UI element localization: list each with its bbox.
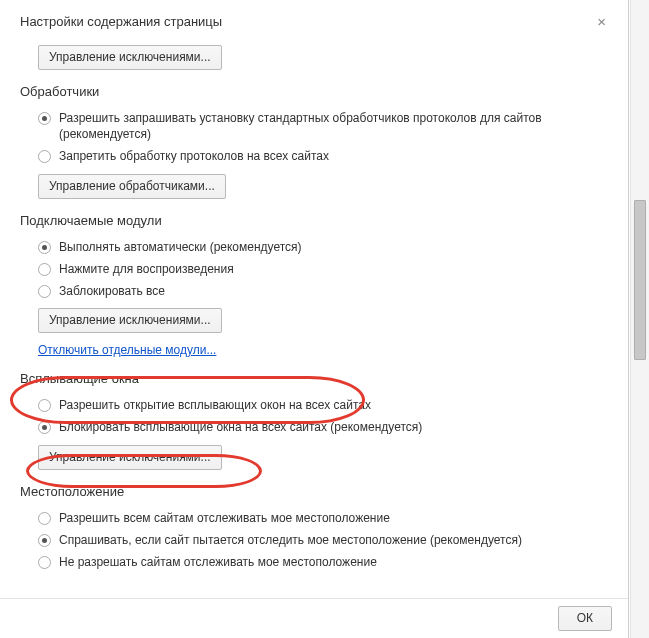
close-icon[interactable]: ×: [595, 14, 608, 29]
dialog-header: Настройки содержания страницы ×: [0, 0, 628, 35]
option-label: Разрешить открытие всплывающих окон на в…: [59, 397, 371, 413]
option-label: Спрашивать, если сайт пытается отследить…: [59, 532, 522, 548]
dialog-title: Настройки содержания страницы: [20, 14, 222, 29]
section-title-plugins: Подключаемые модули: [20, 213, 608, 228]
option-label: Нажмите для воспроизведения: [59, 261, 234, 277]
section-title-popups: Всплывающие окна: [20, 371, 608, 386]
manage-handlers-button[interactable]: Управление обработчиками...: [38, 174, 226, 199]
radio-option-handlers-deny[interactable]: Запретить обработку протоколов на всех с…: [20, 145, 608, 167]
radio-icon: [38, 285, 51, 298]
radio-option-popups-block[interactable]: Блокировать всплывающие окна на всех сай…: [20, 416, 608, 438]
radio-option-location-allow[interactable]: Разрешить всем сайтам отслеживать мое ме…: [20, 507, 608, 529]
radio-icon: [38, 421, 51, 434]
disable-individual-plugins-link[interactable]: Отключить отдельные модули...: [38, 343, 216, 357]
scrollbar-thumb[interactable]: [634, 200, 646, 360]
radio-option-plugins-click[interactable]: Нажмите для воспроизведения: [20, 258, 608, 280]
option-label: Запретить обработку протоколов на всех с…: [59, 148, 329, 164]
option-label: Выполнять автоматически (рекомендуется): [59, 239, 302, 255]
dialog-content: Управление исключениями... Обработчики Р…: [0, 35, 628, 583]
manage-exceptions-button[interactable]: Управление исключениями...: [38, 45, 222, 70]
radio-icon: [38, 112, 51, 125]
radio-icon: [38, 399, 51, 412]
window-scrollbar[interactable]: [630, 0, 649, 638]
option-label: Заблокировать все: [59, 283, 165, 299]
radio-icon: [38, 150, 51, 163]
section-plugins: Подключаемые модули Выполнять автоматиче…: [20, 213, 608, 358]
section-title-handlers: Обработчики: [20, 84, 608, 99]
section-title-location: Местоположение: [20, 484, 608, 499]
radio-icon: [38, 241, 51, 254]
radio-option-plugins-auto[interactable]: Выполнять автоматически (рекомендуется): [20, 236, 608, 258]
radio-option-plugins-block[interactable]: Заблокировать все: [20, 280, 608, 302]
content-settings-dialog: Настройки содержания страницы × Управлен…: [0, 0, 629, 638]
option-label: Блокировать всплывающие окна на всех сай…: [59, 419, 422, 435]
option-label: Не разрешать сайтам отслеживать мое мест…: [59, 554, 377, 570]
dialog-footer: ОК: [0, 598, 628, 638]
section-handlers: Обработчики Разрешить запрашивать устано…: [20, 84, 608, 199]
ok-button[interactable]: ОК: [558, 606, 612, 631]
radio-option-popups-allow[interactable]: Разрешить открытие всплывающих окон на в…: [20, 394, 608, 416]
radio-icon: [38, 263, 51, 276]
radio-option-handlers-allow[interactable]: Разрешить запрашивать установку стандарт…: [20, 107, 608, 145]
radio-icon: [38, 556, 51, 569]
option-label: Разрешить всем сайтам отслеживать мое ме…: [59, 510, 390, 526]
radio-icon: [38, 512, 51, 525]
section-popups: Всплывающие окна Разрешить открытие вспл…: [20, 371, 608, 469]
manage-exceptions-popups-button[interactable]: Управление исключениями...: [38, 445, 222, 470]
option-label: Разрешить запрашивать установку стандарт…: [59, 110, 608, 142]
section-location: Местоположение Разрешить всем сайтам отс…: [20, 484, 608, 574]
radio-option-location-deny[interactable]: Не разрешать сайтам отслеживать мое мест…: [20, 551, 608, 573]
radio-icon: [38, 534, 51, 547]
manage-exceptions-plugins-button[interactable]: Управление исключениями...: [38, 308, 222, 333]
radio-option-location-ask[interactable]: Спрашивать, если сайт пытается отследить…: [20, 529, 608, 551]
